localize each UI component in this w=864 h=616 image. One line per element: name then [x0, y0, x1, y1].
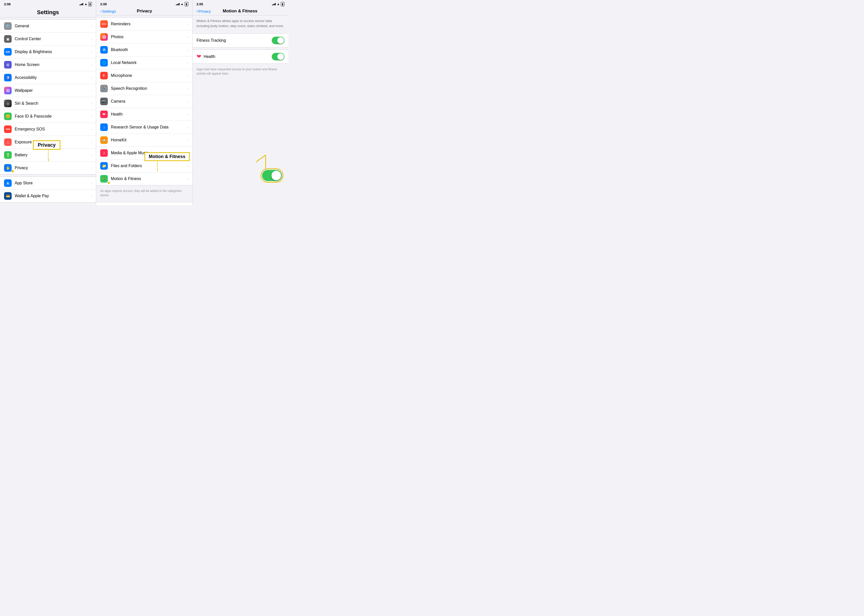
control-center-label: Control Center [15, 37, 91, 41]
apps-footer: Apps that have requested access to your … [192, 66, 288, 79]
row-control-center[interactable]: ▣ Control Center › [0, 33, 96, 46]
row-app-store[interactable]: A App Store › [0, 177, 96, 190]
health-privacy-label: Health [111, 112, 187, 116]
camera-icon: 📷 [100, 97, 108, 105]
row-privacy[interactable]: ✋ Privacy › [0, 162, 96, 174]
status-icons-1: ▲ ▮ [79, 2, 92, 6]
svg-marker-6 [256, 160, 258, 162]
display-chevron: › [91, 50, 92, 54]
app-store-label: App Store [15, 181, 91, 185]
privacy-callout-text: Privacy [33, 140, 60, 150]
face-id-label: Face ID & Passcode [15, 114, 91, 119]
control-center-chevron: › [91, 37, 92, 41]
motion-description: Motion & Fitness allows apps to access s… [192, 16, 288, 31]
signal-icon-3 [272, 3, 276, 5]
emergency-sos-icon: SOS [4, 126, 12, 133]
row-microphone[interactable]: 🎙 Microphone › [96, 69, 192, 82]
battery-icon-2: ▮ [185, 2, 188, 6]
row-general[interactable]: ⚙️ General › [0, 20, 96, 33]
row-wallpaper[interactable]: 🖼 Wallpaper › [0, 84, 96, 97]
time-2: 2:05 [100, 2, 107, 6]
zoomed-toggle-border [261, 168, 283, 182]
row-wallet[interactable]: 💳 Wallet & Apple Pay › [0, 190, 96, 202]
row-photos[interactable]: 🌸 Photos › [96, 31, 192, 44]
status-bar-1: 2:06 ▲ ▮ [0, 0, 96, 7]
wallpaper-label: Wallpaper [15, 88, 91, 93]
settings-list[interactable]: ⚙️ General › ▣ Control Center › AA Displ… [0, 17, 96, 205]
battery-icon-1: ▮ [88, 2, 92, 6]
emergency-sos-label: Emergency SOS [15, 127, 91, 132]
panel-settings: 2:06 ▲ ▮ Settings ⚙️ General › ▣ Control… [0, 0, 96, 205]
privacy-list[interactable]: Reminders › 🌸 Photos › 𝔅 Bluetooth › 🌐 L… [96, 16, 192, 205]
row-local-network[interactable]: 🌐 Local Network › [96, 57, 192, 69]
bluetooth-label: Bluetooth [111, 47, 187, 52]
reminders-label: Reminders [111, 22, 187, 26]
microphone-icon: 🎙 [100, 72, 108, 79]
fitness-tracking-section: Fitness Tracking [192, 33, 288, 47]
motion-dot-indicator [108, 182, 110, 184]
homekit-icon: 🏠 [100, 136, 108, 144]
row-siri[interactable]: ◎ Siri & Search › [0, 97, 96, 110]
motion-label: Motion & Fitness [111, 176, 187, 181]
motion-arrow [157, 160, 167, 172]
health-motion-row[interactable]: ❤ Health [192, 50, 288, 63]
home-screen-label: Home Screen [15, 63, 91, 67]
motion-header: ‹ Privacy Motion & Fitness [192, 7, 288, 16]
face-id-chevron: › [91, 114, 92, 118]
accessibility-label: Accessibility [15, 75, 91, 80]
siri-icon: ◎ [4, 100, 12, 107]
media-icon: ♪ [100, 149, 108, 157]
health-toggle[interactable] [272, 53, 284, 60]
row-face-id[interactable]: 😊 Face ID & Passcode › [0, 110, 96, 123]
row-accessibility[interactable]: ♿ Accessibility › [0, 71, 96, 84]
motion-back-btn[interactable]: ‹ Privacy [197, 9, 211, 14]
battery-chevron: › [91, 153, 92, 157]
zoomed-toggle-knob [271, 171, 281, 180]
display-icon: AA [4, 48, 12, 56]
research-icon: ↕ [100, 123, 108, 131]
row-health[interactable]: ❤ Health › [96, 108, 192, 121]
row-research[interactable]: ↕ Research Sensor & Usage Data › [96, 121, 192, 134]
general-label: General [15, 24, 91, 28]
files-label: Files and Folders [111, 163, 187, 168]
wifi-icon-3: ▲ [277, 2, 280, 6]
health-privacy-icon: ❤ [100, 110, 108, 118]
photos-icon: 🌸 [100, 33, 108, 41]
panel-motion-fitness: 2:05 ▲ ▮ ‹ Privacy Motion & Fitness Moti… [192, 0, 288, 205]
display-label: Display & Brightness [15, 50, 91, 54]
row-display[interactable]: AA Display & Brightness › [0, 46, 96, 58]
row-bluetooth[interactable]: 𝔅 Bluetooth › [96, 44, 192, 57]
time-1: 2:06 [4, 2, 11, 6]
accessibility-icon: ♿ [4, 74, 12, 82]
privacy-back-btn[interactable]: ‹ Settings [100, 9, 116, 14]
siri-chevron: › [91, 101, 92, 105]
row-home-screen[interactable]: ⊞ Home Screen › [0, 58, 96, 71]
row-reminders[interactable]: Reminders › [96, 18, 192, 31]
health-heart-icon: ❤ [197, 53, 201, 60]
settings-header: Settings [0, 7, 96, 17]
row-motion-fitness[interactable]: 🏃 Motion & Fitness › [96, 173, 192, 185]
toggle-arrow [255, 154, 276, 169]
signal-icon [79, 3, 83, 5]
svg-line-5 [257, 155, 266, 161]
wallet-label: Wallet & Apple Pay [15, 194, 91, 198]
wallpaper-icon: 🖼 [4, 87, 12, 94]
row-camera[interactable]: 📷 Camera › [96, 95, 192, 108]
row-files[interactable]: 📁 Files and Folders › [96, 160, 192, 173]
analytics-section: Analytics & Improvements › [96, 202, 192, 205]
zoomed-toggle[interactable] [262, 170, 282, 181]
fitness-tracking-row[interactable]: Fitness Tracking [192, 34, 288, 47]
row-analytics[interactable]: Analytics & Improvements › [96, 202, 192, 205]
wallpaper-chevron: › [91, 88, 92, 93]
control-center-icon: ▣ [4, 35, 12, 43]
exposure-chevron: › [91, 140, 92, 144]
speech-label: Speech Recognition [111, 86, 187, 91]
emergency-sos-chevron: › [91, 127, 92, 131]
fitness-tracking-toggle[interactable] [272, 37, 284, 44]
row-emergency-sos[interactable]: SOS Emergency SOS › [0, 123, 96, 136]
row-speech[interactable]: 🔊 Speech Recognition › [96, 82, 192, 95]
local-network-icon: 🌐 [100, 59, 108, 66]
row-homekit[interactable]: 🏠 HomeKit › [96, 134, 192, 147]
privacy-chevron: › [91, 166, 92, 170]
privacy-footer: As apps request access, they will be add… [96, 187, 192, 200]
